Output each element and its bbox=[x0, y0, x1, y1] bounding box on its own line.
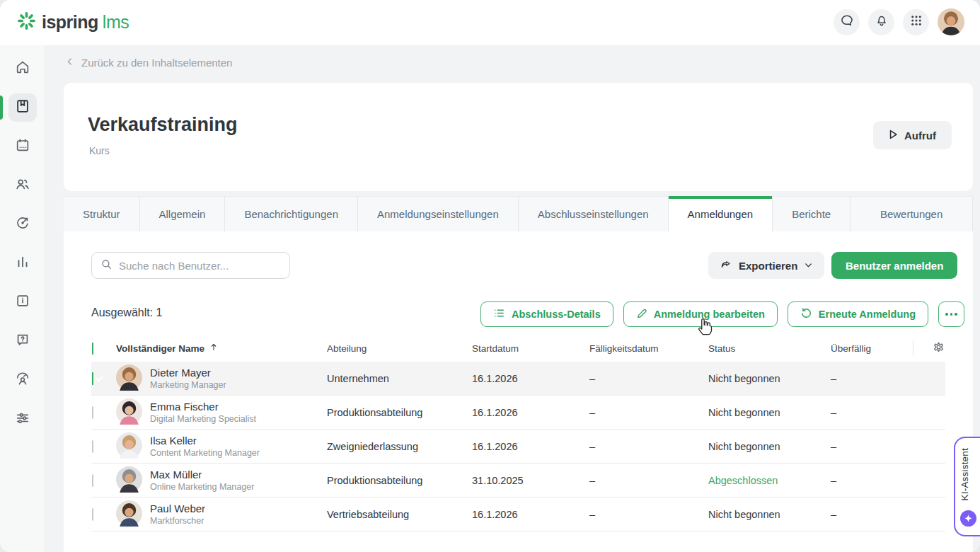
messages-button[interactable] bbox=[834, 9, 860, 35]
select-all-checkbox[interactable] bbox=[92, 343, 93, 355]
department-cell: Produktionsabteilung bbox=[327, 407, 472, 418]
tab-anmeldungseinstellungen[interactable]: Anmeldungseinstellungen bbox=[358, 196, 519, 231]
breadcrumb-back[interactable]: Zurück zu den Inhaltselementen bbox=[65, 57, 232, 69]
table-row[interactable]: Ilsa KellerContent Marketing Manager Zwe… bbox=[91, 430, 945, 464]
bulk-actions: Abschluss-Details Anmeldung bearbeiten bbox=[480, 301, 964, 327]
sidebar-item-goals[interactable] bbox=[8, 210, 37, 238]
table-row[interactable]: Max MüllerOnline Marketing Manager Produ… bbox=[91, 464, 945, 498]
user-name[interactable]: Max Müller bbox=[150, 468, 327, 481]
status-cell: Abgeschlossen bbox=[708, 475, 831, 486]
sparkle-icon bbox=[960, 510, 976, 527]
tab-label: Allgemein bbox=[159, 208, 206, 220]
user-name[interactable]: Dieter Mayer bbox=[150, 367, 327, 379]
apps-grid-icon bbox=[910, 14, 923, 30]
sidebar-item-reports-chart[interactable] bbox=[8, 249, 37, 277]
sidebar-item-support[interactable] bbox=[8, 327, 37, 355]
column-overdue[interactable]: Überfällig bbox=[831, 343, 894, 354]
table-row[interactable]: Paul WeberMarktforscher Vertriebsabteilu… bbox=[91, 498, 945, 531]
user-role: Marktforscher bbox=[150, 516, 327, 526]
notifications-button[interactable] bbox=[868, 9, 894, 35]
start-date-cell: 31.10.2025 bbox=[472, 475, 589, 486]
ellipsis-icon bbox=[950, 313, 953, 316]
sidebar-item-home[interactable] bbox=[8, 54, 37, 83]
users-icon bbox=[15, 176, 30, 195]
export-button[interactable]: Exportieren bbox=[708, 252, 824, 279]
due-date-cell: – bbox=[589, 407, 708, 418]
reenroll-button[interactable]: Erneute Anmeldung bbox=[788, 301, 928, 327]
tab-allgemein[interactable]: Allgemein bbox=[140, 196, 226, 231]
open-course-button[interactable]: Aufruf bbox=[873, 121, 952, 149]
question-bubble-icon bbox=[15, 332, 30, 350]
logo-text-lms: lms bbox=[103, 12, 129, 33]
avatar bbox=[116, 517, 142, 529]
overdue-cell: – bbox=[831, 475, 894, 486]
open-course-label: Aufruf bbox=[904, 130, 936, 142]
column-name[interactable]: Vollständiger Name bbox=[116, 343, 327, 354]
calendar-icon bbox=[15, 137, 30, 156]
row-checkbox[interactable] bbox=[92, 372, 93, 385]
sidebar-item-settings[interactable] bbox=[8, 405, 37, 433]
row-checkbox[interactable] bbox=[92, 474, 93, 487]
status-cell: Nicht begonnen bbox=[708, 509, 831, 520]
start-date-cell: 16.1.2026 bbox=[472, 441, 589, 452]
user-avatar[interactable] bbox=[938, 8, 964, 35]
overdue-cell: – bbox=[831, 407, 894, 418]
user-name[interactable]: Ilsa Keller bbox=[150, 435, 327, 447]
more-actions-button[interactable] bbox=[938, 301, 964, 327]
ai-assistant-tab[interactable]: KI-Assistent bbox=[954, 437, 980, 536]
tab-anmeldungen[interactable]: Anmeldungen bbox=[669, 196, 773, 231]
user-role: Marketing Manager bbox=[150, 380, 327, 390]
ispring-logo[interactable]: ispring lms bbox=[17, 11, 129, 33]
start-date-cell: 16.1.2026 bbox=[472, 407, 589, 418]
sidebar-item-courses[interactable] bbox=[8, 93, 37, 122]
user-name[interactable]: Emma Fischer bbox=[150, 401, 327, 413]
user-search[interactable] bbox=[91, 252, 290, 279]
row-checkbox[interactable] bbox=[92, 440, 93, 453]
sidebar-item-calendar[interactable] bbox=[8, 132, 37, 161]
status-cell: Nicht begonnen bbox=[708, 441, 831, 452]
redo-icon bbox=[800, 307, 812, 321]
due-date-cell: – bbox=[589, 509, 708, 520]
logo-burst-icon bbox=[17, 11, 36, 33]
tab-label: Struktur bbox=[83, 208, 120, 220]
coach-gauge-icon bbox=[15, 371, 30, 389]
column-department[interactable]: Abteilung bbox=[327, 343, 472, 354]
search-input[interactable] bbox=[119, 260, 281, 272]
sidebar-item-info[interactable] bbox=[8, 288, 37, 316]
export-label: Exportieren bbox=[739, 260, 797, 272]
tab-berichte[interactable]: Berichte bbox=[773, 196, 851, 231]
column-status[interactable]: Status bbox=[708, 343, 831, 354]
edit-enrollment-button[interactable]: Anmeldung bearbeiten bbox=[623, 301, 778, 327]
course-tabs: Struktur Allgemein Benachrichtigungen An… bbox=[64, 196, 973, 231]
column-start-date[interactable]: Startdatum bbox=[472, 343, 589, 354]
bell-icon bbox=[875, 13, 889, 30]
ellipsis-icon bbox=[955, 313, 957, 316]
enroll-users-button[interactable]: Benutzer anmelden bbox=[831, 252, 957, 279]
sliders-icon bbox=[15, 410, 30, 428]
tab-bewertungen[interactable]: Bewertungen bbox=[851, 196, 973, 231]
table-row[interactable]: Emma FischerDigital Marketing Specialist… bbox=[91, 396, 945, 430]
department-cell: Zweigniederlassung bbox=[327, 441, 472, 452]
search-icon bbox=[100, 258, 113, 273]
tab-label: Anmeldungseinstellungen bbox=[377, 208, 499, 220]
chat-icon bbox=[840, 13, 854, 30]
table-settings-button[interactable] bbox=[932, 340, 945, 356]
overdue-cell: – bbox=[831, 373, 894, 384]
row-checkbox[interactable] bbox=[92, 508, 93, 521]
sidebar-item-users[interactable] bbox=[8, 171, 37, 200]
column-separator bbox=[913, 340, 913, 356]
user-name[interactable]: Paul Weber bbox=[150, 502, 327, 514]
table-row[interactable]: Dieter MayerMarketing Manager Unternehme… bbox=[91, 362, 945, 396]
apps-button[interactable] bbox=[903, 9, 929, 35]
info-panel-icon bbox=[15, 293, 30, 311]
row-checkbox[interactable] bbox=[92, 406, 93, 419]
sidebar-item-training[interactable] bbox=[8, 366, 37, 394]
page-title: Verkaufstraining bbox=[88, 114, 238, 136]
course-type-label: Kurs bbox=[89, 145, 110, 156]
tab-benachrichtigungen[interactable]: Benachrichtigungen bbox=[225, 196, 358, 231]
tab-abschlusseinstellungen[interactable]: Abschlusseinstellungen bbox=[519, 196, 669, 231]
column-due-date[interactable]: Fälligkeitsdatum bbox=[589, 343, 708, 354]
completion-details-button[interactable]: Abschluss-Details bbox=[480, 301, 613, 327]
tab-struktur[interactable]: Struktur bbox=[64, 196, 140, 231]
completion-details-label: Abschluss-Details bbox=[512, 309, 601, 320]
